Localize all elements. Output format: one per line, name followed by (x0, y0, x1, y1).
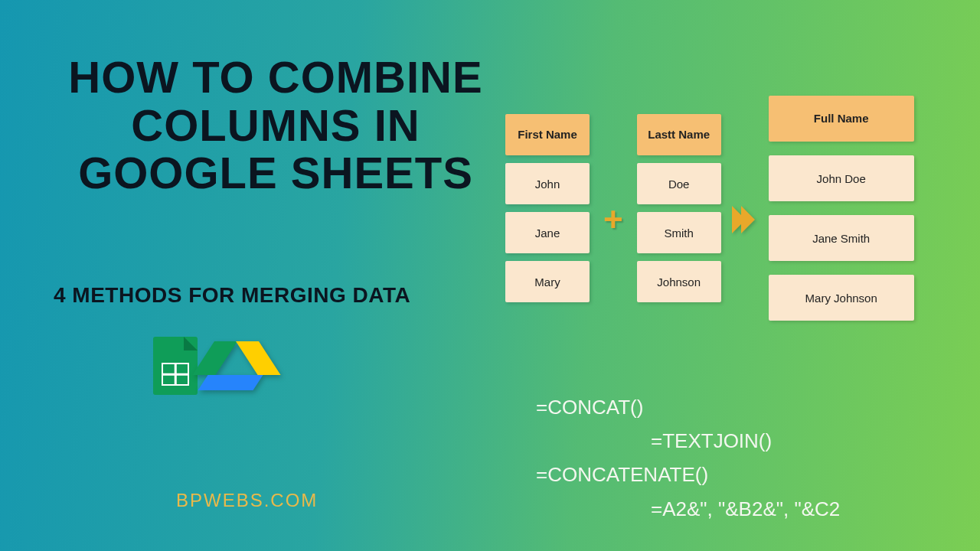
column-first-name: First Name John Jane Mary (505, 114, 590, 302)
formula-list: =CONCAT() =TEXTJOIN() =CONCATENATE() =A2… (536, 390, 840, 526)
col1-header: First Name (505, 114, 590, 155)
formula-concat: =CONCAT() (536, 390, 840, 424)
table-cell: Smith (637, 212, 721, 253)
page-subtitle: 4 METHODS FOR MERGING DATA (54, 283, 410, 308)
formula-ampersand: =A2&", "&B2&", "&C2 (651, 492, 840, 526)
table-cell: John Doe (769, 155, 914, 201)
table-cell: Johnson (637, 261, 721, 302)
table-cell: Jane (505, 212, 590, 253)
table-cell: Mary (505, 261, 590, 302)
page-title: HOW TO COMBINE COLUMNS IN GOOGLE SHEETS (46, 54, 505, 197)
table-cell: John (505, 163, 590, 204)
google-drive-icon (208, 341, 265, 390)
app-icons (153, 337, 265, 395)
arrow-icon (735, 206, 755, 233)
col2-header: Lastt Name (637, 114, 721, 155)
columns-diagram: First Name John Jane Mary + Lastt Name D… (505, 96, 914, 321)
footer-url: BPWEBS.COM (176, 490, 318, 511)
table-cell: Mary Johnson (769, 275, 914, 321)
table-cell: Doe (637, 163, 721, 204)
google-sheets-icon (153, 337, 198, 395)
formula-textjoin: =TEXTJOIN() (651, 424, 840, 458)
column-last-name: Lastt Name Doe Smith Johnson (637, 114, 721, 302)
formula-concatenate: =CONCATENATE() (536, 458, 840, 491)
col3-header: Full Name (769, 96, 914, 142)
plus-icon: + (603, 201, 623, 239)
table-cell: Jane Smith (769, 215, 914, 261)
column-full-name: Full Name John Doe Jane Smith Mary Johns… (769, 96, 914, 321)
